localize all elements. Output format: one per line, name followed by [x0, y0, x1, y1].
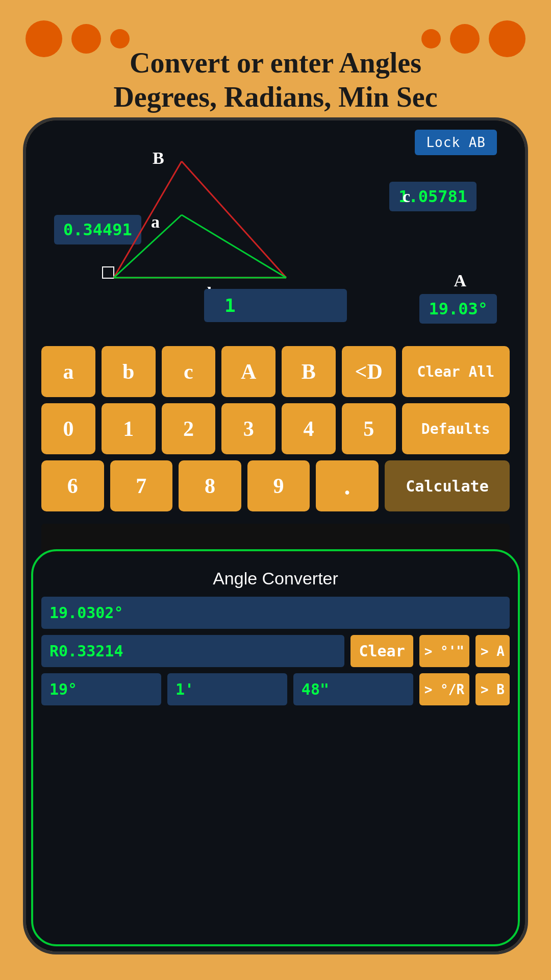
- svg-rect-0: [103, 267, 114, 278]
- key-B[interactable]: B: [282, 346, 336, 397]
- key-4[interactable]: 4: [282, 403, 336, 454]
- phone-screen: Lock AB 0.34491 1.05781 19.03° B A a: [26, 120, 525, 951]
- converter-title: Angle Converter: [41, 569, 510, 589]
- svg-line-3: [182, 161, 286, 278]
- key-a[interactable]: a: [41, 346, 95, 397]
- key-b[interactable]: b: [102, 346, 156, 397]
- converter-row-2: R0.33214 Clear > °'" > A: [41, 635, 510, 667]
- input-display[interactable]: 1: [204, 289, 347, 322]
- svg-line-2: [114, 161, 182, 278]
- converter-radians-display[interactable]: R0.33214: [41, 635, 344, 667]
- keypad-row-3: 6 7 8 9 . Calculate: [41, 460, 510, 511]
- angle-converter: Angle Converter 19.0302° R0.33214 Clear …: [26, 554, 525, 951]
- key-c[interactable]: c: [162, 346, 216, 397]
- key-clear-all[interactable]: Clear All: [402, 346, 510, 397]
- key-7[interactable]: 7: [110, 460, 173, 511]
- triangle-label-c: c: [403, 187, 410, 206]
- converter-row-3: 19° 1' 48" > °/R > B: [41, 673, 510, 705]
- key-0[interactable]: 0: [41, 403, 95, 454]
- keypad-row-1: a b c A B <D Clear All: [41, 346, 510, 397]
- converter-min-display[interactable]: 1': [167, 673, 287, 705]
- lock-ab-button[interactable]: Lock AB: [415, 130, 497, 155]
- key-2[interactable]: 2: [162, 403, 216, 454]
- phone-frame: Lock AB 0.34491 1.05781 19.03° B A a: [23, 117, 528, 954]
- display-row: [41, 524, 510, 554]
- converter-deg-display[interactable]: 19°: [41, 673, 161, 705]
- triangle-diagram: [92, 146, 307, 309]
- key-defaults[interactable]: Defaults: [402, 403, 510, 454]
- triangle-label-a: a: [151, 212, 160, 232]
- converter-sec-display[interactable]: 48": [293, 673, 413, 705]
- converter-to-b-button[interactable]: > B: [475, 673, 510, 705]
- key-angle[interactable]: <D: [342, 346, 396, 397]
- key-5[interactable]: 5: [342, 403, 396, 454]
- converter-dms-button[interactable]: > °'": [419, 635, 469, 667]
- diagram-area: Lock AB 0.34491 1.05781 19.03° B A a: [26, 120, 525, 340]
- key-3[interactable]: 3: [221, 403, 276, 454]
- triangle-label-A: A: [454, 271, 466, 290]
- value-angle-a-box[interactable]: 19.03°: [419, 294, 497, 324]
- converter-clear-button[interactable]: Clear: [350, 635, 413, 667]
- key-A[interactable]: A: [221, 346, 276, 397]
- keypad-row-2: 0 1 2 3 4 5 Defaults: [41, 403, 510, 454]
- converter-to-a-button[interactable]: > A: [475, 635, 510, 667]
- svg-line-6: [182, 215, 286, 278]
- converter-row-1: 19.0302°: [41, 597, 510, 629]
- key-6[interactable]: 6: [41, 460, 104, 511]
- keypad: a b c A B <D Clear All 0 1 2 3 4 5 Defau…: [26, 340, 525, 524]
- key-calculate[interactable]: Calculate: [385, 460, 510, 511]
- key-1[interactable]: 1: [102, 403, 156, 454]
- triangle-label-B: B: [153, 149, 164, 168]
- key-8[interactable]: 8: [179, 460, 241, 511]
- svg-line-5: [114, 215, 182, 278]
- converter-degrees-display[interactable]: 19.0302°: [41, 597, 510, 629]
- key-dot[interactable]: .: [316, 460, 379, 511]
- converter-rad-button[interactable]: > °/R: [419, 673, 469, 705]
- key-9[interactable]: 9: [247, 460, 310, 511]
- page-title: Convert or enter Angles Degrees, Radians…: [0, 46, 551, 114]
